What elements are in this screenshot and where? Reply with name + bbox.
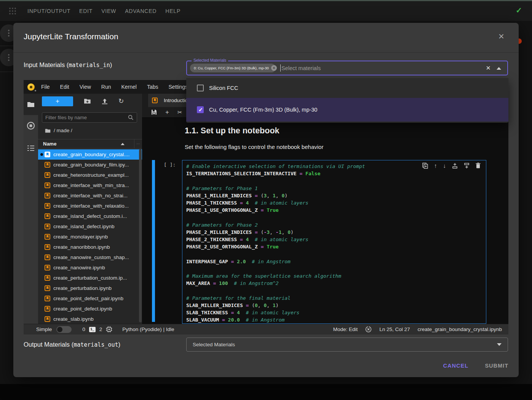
output-materials-suffix: ) (118, 341, 121, 348)
checkbox-icon[interactable] (197, 85, 204, 91)
file-name: create_grain_boundary_crystal.... (53, 152, 129, 157)
file-filter-input[interactable] (45, 115, 128, 120)
material-option[interactable]: Silicon FCC (186, 78, 508, 98)
app-menu-advanced[interactable]: ADVANCED (125, 8, 157, 14)
file-row[interactable]: create_island_defect_custom.i... (38, 211, 142, 221)
jupyter-menu-view[interactable]: View (80, 84, 91, 90)
code-line (186, 214, 482, 221)
cut-cell-icon[interactable]: ✂ (177, 109, 182, 116)
code-line (186, 287, 482, 294)
jupyter-menu-edit[interactable]: Edit (60, 84, 69, 90)
file-row[interactable]: create_interface_with_no_strai... (38, 190, 142, 201)
refresh-icon[interactable]: ↻ (118, 98, 124, 104)
upload-icon[interactable] (102, 98, 108, 104)
file-row[interactable]: create_interface_with_relaxatio... (38, 201, 142, 211)
sidebar-tab-running[interactable] (24, 121, 38, 130)
file-name: create_nanowire.ipynb (53, 265, 105, 270)
breadcrumb-path: / made / (54, 128, 72, 133)
chevron-up-icon[interactable] (497, 67, 501, 70)
file-row[interactable]: create_monolayer.ipynb (38, 232, 142, 242)
simple-mode-toggle[interactable] (56, 326, 72, 333)
app-menu-input-output[interactable]: INPUT/OUTPUT (27, 8, 70, 14)
file-row[interactable]: create_nanowire_custom_shap... (38, 252, 142, 262)
selected-materials-field[interactable]: Selected Materials 0: Cu, Copper, FCC (F… (186, 61, 508, 75)
duplicate-cell-icon[interactable] (422, 163, 428, 169)
chevron-down-icon (497, 343, 502, 346)
jupyter-menu-kernel[interactable]: Kernel (121, 84, 136, 90)
jupyter-menu-settings[interactable]: Settings (169, 84, 188, 90)
notebook-file-icon (152, 98, 158, 103)
divider (0, 72, 13, 72)
delete-cell-icon[interactable] (476, 163, 481, 168)
move-cell-down-icon[interactable]: ↓ (443, 162, 446, 169)
file-row[interactable]: create_point_defect_pair.ipynb (38, 293, 142, 304)
file-name: create_interface_with_min_stra... (53, 182, 129, 188)
file-row[interactable]: create_nanowire.ipynb (38, 262, 142, 273)
chip-remove-icon[interactable]: × (271, 65, 277, 71)
notebook-file-icon (45, 285, 50, 291)
notebook-file-icon (45, 254, 50, 260)
sidebar-tab-toc[interactable] (24, 144, 38, 152)
clear-icon[interactable]: × (486, 64, 490, 72)
file-row[interactable]: create_grain_boundary_crystal.... (38, 149, 142, 160)
file-row[interactable]: create_perturbation.ipynb (38, 283, 142, 293)
file-row[interactable]: create_grain_boundary_film.ipy... (38, 160, 142, 170)
output-materials-select[interactable]: Selected Materials (186, 338, 508, 352)
app-menu-edit[interactable]: EDIT (79, 8, 93, 14)
move-cell-up-icon[interactable]: ↑ (434, 162, 437, 169)
terminal-icon[interactable]: $_ (89, 327, 96, 332)
kernel-cpu-icon[interactable] (106, 326, 112, 333)
material-option[interactable]: Cu, Copper, FCC (Fm-3m) 3D (Bulk), mp-30 (186, 98, 508, 122)
app-menu-view[interactable]: VIEW (101, 8, 116, 14)
materials-input-placeholder[interactable]: Select materials (281, 65, 321, 71)
file-row[interactable]: create_perturbation_custom.ip... (38, 273, 142, 283)
file-row[interactable]: create_slab.ipynb (38, 314, 142, 324)
code-line: SLAB_THICKNESS = 4 # in atomic layers (186, 309, 482, 316)
jupyter-statusbar: Simple 0 $_ 2 (24, 324, 508, 334)
cancel-button[interactable]: CANCEL (443, 363, 468, 369)
app-grid-icon[interactable] (8, 7, 17, 15)
selected-materials-legend: Selected Materials (192, 58, 228, 62)
cell-toolbar: ↑ ↓ (422, 162, 481, 169)
file-list-scrollbar[interactable] (139, 149, 142, 322)
file-row[interactable]: create_interface_with_min_stra... (38, 180, 142, 190)
material-chip[interactable]: 0: Cu, Copper, FCC (Fm-3m) 3D (Bulk), mp… (190, 64, 276, 72)
code-cell[interactable]: # Enable interactive selection of termin… (182, 160, 486, 324)
add-cell-icon[interactable]: + (165, 109, 169, 116)
new-folder-icon[interactable] (84, 98, 91, 104)
dialog-title: JupyterLite Transformation (24, 32, 118, 41)
breadcrumb[interactable]: / made / (45, 128, 72, 133)
save-icon[interactable] (151, 109, 157, 115)
cell-selection-bar[interactable] (152, 160, 155, 322)
close-icon[interactable]: × (498, 31, 504, 41)
code-area[interactable]: # Enable interactive selection of termin… (182, 160, 486, 324)
checkbox-icon[interactable] (197, 106, 204, 113)
file-row[interactable]: create_heterostructure_exampl... (38, 170, 142, 180)
kernel-status: Python (Pyodide) | Idle (122, 326, 174, 332)
notebook-area: Introduction + ✂ (142, 94, 508, 324)
file-row[interactable]: create_island_defect.ipynb (38, 221, 142, 232)
file-row[interactable]: create_point_defect.ipynb (38, 304, 142, 314)
insert-cell-above-icon[interactable] (452, 163, 458, 169)
jupyter-menu-run[interactable]: Run (101, 84, 111, 90)
jupyter-menu-tabs[interactable]: Tabs (147, 84, 158, 90)
file-name: create_slab.ipynb (53, 316, 94, 322)
file-row[interactable]: create_nanoribbon.ipynb (38, 242, 142, 252)
check-icon[interactable]: ✓ (516, 6, 522, 15)
file-name: create_interface_with_no_strai... (53, 193, 128, 198)
file-list-header[interactable]: Name ·· (38, 139, 142, 149)
notebook-file-icon (45, 306, 50, 312)
jupyter-menu-file[interactable]: File (41, 84, 50, 90)
cursor-position[interactable]: Ln 25, Col 27 (379, 326, 410, 332)
section-paragraph: Set the following flags to control the n… (185, 144, 323, 150)
sidebar-tab-files[interactable] (24, 94, 38, 115)
app-menu-help[interactable]: HELP (165, 8, 181, 14)
new-launcher-button[interactable]: + (42, 96, 73, 106)
code-line: PHASE_1_MILLER_INDICES = (3, 1, 0) (186, 192, 482, 199)
material-chip-label: 0: Cu, Copper, FCC (Fm-3m) 3D (Bulk), mp… (194, 66, 269, 70)
mode-indicator[interactable]: Mode: Edit (333, 326, 358, 332)
insert-cell-below-icon[interactable] (464, 163, 470, 169)
submit-button[interactable]: SUBMIT (485, 363, 508, 369)
trust-shield-icon[interactable] (365, 326, 372, 333)
column-header-name[interactable]: Name (43, 141, 56, 147)
